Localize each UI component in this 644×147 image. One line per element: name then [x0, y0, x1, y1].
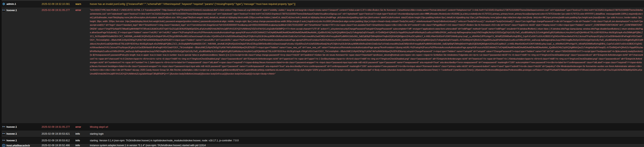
log-source-cell: hOn hoover.1: [2, 132, 42, 135]
log-source-cell: admin.1: [2, 2, 42, 5]
log-severity: info: [76, 133, 90, 135]
log-source-cell: hOn hoover.1: [2, 8, 42, 12]
log-row[interactable]: hOn hoover.1 2025-02-09 19:31:05.277 err…: [2, 124, 644, 130]
log-source: host.a4a5bacacbcb: [6, 144, 30, 147]
log-source: admin.1: [6, 3, 16, 5]
log-source-cell: hOn hoover.1: [2, 139, 42, 142]
admin-gear-icon: [2, 2, 5, 5]
log-row[interactable]: i host.a4a5bacacbcb 2025-02-09 19:30:52.…: [2, 144, 644, 147]
log-message: Missing step4 url: [90, 126, 644, 128]
log-timestamp: 2025-02-09 19:31:05.277: [42, 8, 76, 11]
log-message: hoover has an invalid jsonConfig: [{"ins…: [90, 3, 644, 5]
log-severity: warn: [76, 3, 90, 5]
log-list: admin.1 2025-02-09 19:32:10.081 warn hoo…: [0, 0, 644, 147]
log-source-cell: i host.a4a5bacacbcb: [2, 144, 42, 147]
log-timestamp: 2025-02-09 19:30:53.621: [42, 133, 76, 135]
log-timestamp: 2025-02-09 19:32:10.081: [42, 3, 76, 5]
log-severity: error: [76, 126, 90, 128]
hoover-hon-icon: hOn: [2, 9, 5, 12]
log-source-cell: hOn hoover.1: [2, 125, 42, 128]
hoover-hon-icon: hOn: [2, 139, 5, 142]
log-source: hoover.1: [6, 139, 17, 142]
log-timestamp: 2025-02-09 19:30:52.466: [42, 144, 76, 147]
log-message: "\r\n<!DOCTYPE html PUBLIC \"-//W3C//DTD…: [90, 8, 644, 76]
log-timestamp: 2025-02-09 19:31:05.277: [42, 126, 76, 128]
log-message: starting. Version 0.1.4 (non-npm: TA2k/i…: [90, 139, 644, 142]
log-message: instance system.adapter.hoover.1 in vers…: [90, 144, 644, 147]
log-message: starting login: [90, 133, 644, 135]
log-row[interactable]: hOn hoover.1 2025-02-09 19:30:53.621 inf…: [2, 130, 644, 137]
log-source: hoover.1: [6, 9, 17, 12]
log-row[interactable]: hOn hoover.1 2025-02-09 19:30:53.612 inf…: [2, 137, 644, 144]
log-severity: info: [76, 139, 90, 142]
log-timestamp: 2025-02-09 19:30:53.612: [42, 139, 76, 142]
log-source: hoover.1: [6, 133, 17, 135]
log-row[interactable]: hOn hoover.1 2025-02-09 19:31:05.277 err…: [2, 7, 644, 124]
host-iobroker-icon: i: [2, 144, 5, 147]
log-source: hoover.1: [6, 126, 17, 128]
log-row[interactable]: admin.1 2025-02-09 19:32:10.081 warn hoo…: [2, 1, 644, 7]
hoover-hon-icon: hOn: [2, 132, 5, 135]
log-severity: error: [76, 8, 90, 11]
hoover-hon-icon: hOn: [2, 125, 5, 128]
log-severity: info: [76, 144, 90, 147]
